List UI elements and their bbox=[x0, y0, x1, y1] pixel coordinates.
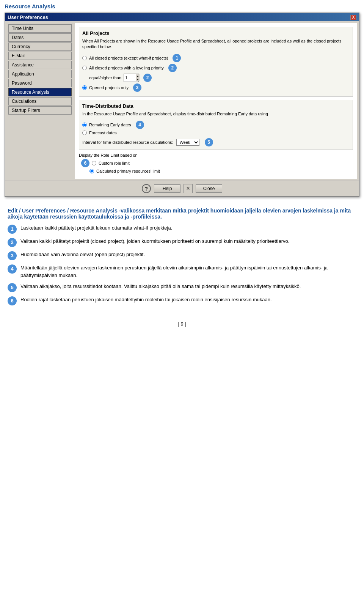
radio-custom-role-label: Custom role limit bbox=[99, 161, 130, 165]
exp-item-1: 1 Lasketaan kaikki päätetyt projektit lu… bbox=[8, 224, 356, 234]
all-projects-desc: When All Projects are shown in the Resou… bbox=[82, 38, 350, 50]
explanation-section: Edit / User Preferences / Resource Analy… bbox=[0, 201, 364, 315]
close-icon-button[interactable]: ✕ bbox=[184, 184, 193, 193]
time-dist-title: Time-Distributed Data bbox=[82, 103, 350, 109]
badge-1: 1 bbox=[173, 54, 181, 62]
exp-text-3: Huomioidaan vain avoinna olevat (open pr… bbox=[20, 251, 356, 258]
time-dist-desc: In the Resource Usage Profile and Spread… bbox=[82, 111, 350, 117]
radio-calculated-primary-label: Calculated primary resources' limit bbox=[96, 169, 160, 173]
radio-row-3: Opened projects only 3 bbox=[82, 83, 350, 92]
dialog-close-button[interactable]: X bbox=[350, 15, 356, 20]
spin-up[interactable]: ▲ bbox=[136, 74, 140, 78]
badge-4: 4 bbox=[136, 121, 144, 129]
radio-leveling[interactable] bbox=[82, 66, 87, 70]
page-title: Resource Analysis bbox=[0, 0, 364, 11]
radio-row-2: All closed projects with a leveling prio… bbox=[82, 64, 350, 72]
dialog-footer: ? Help ✕ Close bbox=[5, 181, 359, 196]
exp-item-2: 2 Valitaan kaikki päätetyt projektit (cl… bbox=[8, 238, 356, 247]
interval-row: Interval for time-distributed resource c… bbox=[82, 138, 350, 146]
exp-item-6: 6 Roolien rajat lasketaan perustuen joka… bbox=[8, 296, 356, 305]
exp-text-6: Roolien rajat lasketaan perustuen jokais… bbox=[20, 296, 356, 304]
content-panel: All Projects When All Projects are shown… bbox=[75, 23, 357, 179]
nav-item-application[interactable]: Application bbox=[8, 70, 72, 78]
radio-row-1: All closed projects (except what-if proj… bbox=[82, 54, 350, 62]
exp-heading: Edit / User Preferences / Resource Analy… bbox=[8, 208, 356, 220]
help-icon-button[interactable]: ? bbox=[142, 184, 151, 193]
help-button[interactable]: Help bbox=[154, 184, 180, 193]
time-dist-section: Time-Distributed Data In the Resource Us… bbox=[79, 100, 353, 150]
exp-text-5: Valitaan aikajakso, jolta resurssitiedot… bbox=[20, 283, 356, 290]
close-button[interactable]: Close bbox=[196, 184, 222, 193]
nav-item-assistance[interactable]: Assistance bbox=[8, 61, 72, 69]
week-select[interactable]: Week Day Month bbox=[176, 139, 199, 146]
nav-item-time-units[interactable]: Time Units bbox=[8, 24, 72, 33]
exp-badge-2: 2 bbox=[8, 238, 17, 247]
exp-badge-3: 3 bbox=[8, 251, 17, 260]
dialog-body: Time Units Dates Currency E-Mail Assista… bbox=[5, 21, 359, 181]
spin-arrows: ▲ ▼ bbox=[136, 74, 140, 81]
radio-opened[interactable] bbox=[82, 85, 87, 90]
nav-item-email[interactable]: E-Mail bbox=[8, 52, 72, 60]
badge-5: 5 bbox=[205, 138, 213, 146]
radio-row-6: 6 Custom role limit bbox=[79, 159, 353, 167]
all-projects-section: All Projects When All Projects are shown… bbox=[79, 27, 353, 97]
interval-label: Interval for time-distributed resource c… bbox=[82, 140, 173, 145]
badge-2b: 2 bbox=[143, 74, 152, 82]
radio-calculated-primary[interactable] bbox=[89, 169, 94, 173]
nav-item-dates[interactable]: Dates bbox=[8, 33, 72, 42]
exp-badge-1: 1 bbox=[8, 225, 17, 234]
exp-badge-6: 6 bbox=[8, 296, 17, 305]
dialog-window: User Preferences X Time Units Dates Curr… bbox=[5, 13, 359, 197]
exp-item-5: 5 Valitaan aikajakso, jolta resurssitied… bbox=[8, 283, 356, 292]
radio-row-5: Forecast dates bbox=[82, 131, 350, 135]
exp-text-4: Määritellään jäljellä olevien arvojen la… bbox=[20, 264, 356, 279]
radio-all-closed[interactable] bbox=[82, 56, 87, 60]
equal-higher-label: equal/higher than bbox=[89, 76, 121, 80]
all-projects-title: All Projects bbox=[82, 30, 350, 36]
radio-custom-role[interactable] bbox=[92, 161, 96, 165]
nav-item-currency[interactable]: Currency bbox=[8, 42, 72, 51]
radio-forecast[interactable] bbox=[82, 131, 87, 135]
spin-input[interactable] bbox=[125, 76, 136, 80]
radio-leveling-label: All closed projects with a leveling prio… bbox=[89, 66, 164, 70]
exp-item-4: 4 Määritellään jäljellä olevien arvojen … bbox=[8, 264, 356, 279]
radio-row-7: Calculated primary resources' limit bbox=[79, 169, 353, 173]
badge-2: 2 bbox=[168, 64, 177, 72]
radio-opened-label: Opened projects only bbox=[89, 85, 129, 90]
radio-row-4: Remaining Early dates 4 bbox=[82, 121, 350, 129]
nav-panel: Time Units Dates Currency E-Mail Assista… bbox=[7, 23, 73, 179]
spin-box[interactable]: ▲ ▼ bbox=[124, 74, 139, 82]
dialog-title: User Preferences bbox=[8, 14, 48, 20]
nav-item-calculations[interactable]: Calculations bbox=[8, 97, 72, 105]
radio-remaining-early-label: Remaining Early dates bbox=[89, 123, 131, 127]
exp-text-2: Valitaan kaikki päätetyt projektit (clos… bbox=[20, 238, 356, 245]
dialog-titlebar: User Preferences X bbox=[5, 13, 359, 21]
exp-badge-4: 4 bbox=[8, 264, 17, 274]
nav-item-resource-analysis[interactable]: Resource Analysis bbox=[8, 88, 72, 96]
nav-item-password[interactable]: Password bbox=[8, 79, 72, 87]
spin-down[interactable]: ▼ bbox=[136, 78, 140, 81]
badge-3: 3 bbox=[133, 83, 141, 92]
exp-text-1: Lasketaan kaikki päätetyt projektit luku… bbox=[20, 224, 356, 232]
role-limit-section: Display the Role Limit based on 6 Custom… bbox=[79, 153, 353, 173]
nav-item-startup-filters[interactable]: Startup Filters bbox=[8, 106, 72, 115]
role-limit-title: Display the Role Limit based on bbox=[79, 153, 353, 157]
radio-forecast-label: Forecast dates bbox=[89, 131, 117, 135]
page-number: | 9 | bbox=[0, 317, 364, 330]
badge-6: 6 bbox=[81, 159, 89, 167]
exp-badge-5: 5 bbox=[8, 283, 17, 292]
exp-item-3: 3 Huomioidaan vain avoinna olevat (open … bbox=[8, 251, 356, 260]
leveling-row: equal/higher than ▲ ▼ 2 bbox=[82, 74, 350, 82]
radio-all-closed-label: All closed projects (except what-if proj… bbox=[89, 56, 168, 60]
radio-remaining-early[interactable] bbox=[82, 123, 87, 127]
